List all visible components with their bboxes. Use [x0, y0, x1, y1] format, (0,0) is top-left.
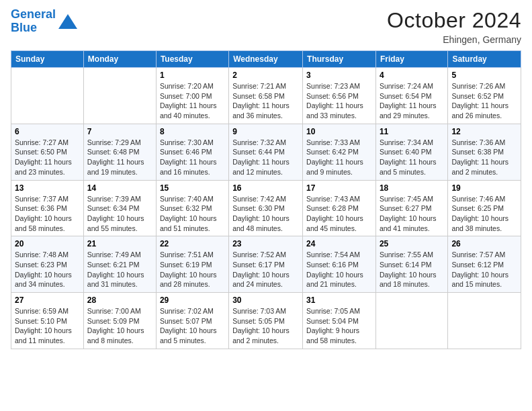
logo-icon: [58, 14, 77, 29]
calendar-week-row: 1Sunrise: 7:20 AMSunset: 7:00 PMDaylight…: [11, 68, 521, 124]
calendar-cell: 24Sunrise: 7:54 AMSunset: 6:16 PMDayligh…: [303, 236, 376, 293]
day-info: Sunrise: 7:00 AMSunset: 5:09 PMDaylight:…: [87, 306, 152, 346]
day-info: Sunrise: 7:30 AMSunset: 6:46 PMDaylight:…: [160, 138, 225, 177]
calendar-cell: 22Sunrise: 7:51 AMSunset: 6:19 PMDayligh…: [156, 236, 228, 293]
col-header-monday: Monday: [83, 51, 156, 68]
calendar-week-row: 20Sunrise: 7:48 AMSunset: 6:23 PMDayligh…: [11, 236, 521, 293]
day-info: Sunrise: 7:46 AMSunset: 6:25 PMDaylight:…: [451, 194, 517, 234]
calendar-cell: 5Sunrise: 7:26 AMSunset: 6:52 PMDaylight…: [448, 68, 521, 124]
day-info: Sunrise: 7:49 AMSunset: 6:21 PMDaylight:…: [87, 250, 152, 289]
day-info: Sunrise: 7:27 AMSunset: 6:50 PMDaylight:…: [15, 138, 80, 177]
month-title: October 2024: [387, 8, 521, 33]
calendar-table: SundayMondayTuesdayWednesdayThursdayFrid…: [11, 50, 521, 349]
calendar-cell: 15Sunrise: 7:40 AMSunset: 6:32 PMDayligh…: [156, 180, 228, 236]
calendar-cell: [83, 68, 156, 124]
day-info: Sunrise: 7:21 AMSunset: 6:58 PMDaylight:…: [232, 81, 299, 121]
day-info: Sunrise: 7:29 AMSunset: 6:48 PMDaylight:…: [87, 138, 152, 177]
logo-text: General Blue: [11, 8, 56, 35]
calendar-header-row: SundayMondayTuesdayWednesdayThursdayFrid…: [11, 51, 521, 68]
day-info: Sunrise: 7:20 AMSunset: 7:00 PMDaylight:…: [160, 81, 225, 121]
day-info: Sunrise: 7:55 AMSunset: 6:14 PMDaylight:…: [380, 250, 444, 289]
day-number: 27: [15, 295, 80, 305]
header: General Blue October 2024 Ehingen, Germa…: [11, 8, 521, 45]
day-number: 1: [160, 71, 225, 80]
logo: General Blue: [11, 8, 77, 35]
day-info: Sunrise: 7:05 AMSunset: 5:04 PMDaylight:…: [306, 306, 372, 346]
day-info: Sunrise: 7:36 AMSunset: 6:38 PMDaylight:…: [451, 138, 517, 177]
calendar-cell: 9Sunrise: 7:32 AMSunset: 6:44 PMDaylight…: [229, 124, 303, 180]
logo-blue: Blue: [11, 21, 37, 34]
calendar-cell: [448, 293, 521, 349]
calendar-cell: 16Sunrise: 7:42 AMSunset: 6:30 PMDayligh…: [229, 180, 303, 236]
col-header-saturday: Saturday: [448, 51, 521, 68]
day-number: 25: [380, 239, 444, 248]
calendar-cell: [11, 68, 84, 124]
calendar-cell: 28Sunrise: 7:00 AMSunset: 5:09 PMDayligh…: [83, 293, 156, 349]
day-info: Sunrise: 7:40 AMSunset: 6:32 PMDaylight:…: [160, 194, 225, 234]
day-number: 9: [232, 127, 299, 136]
calendar-cell: 20Sunrise: 7:48 AMSunset: 6:23 PMDayligh…: [11, 236, 84, 293]
calendar-cell: 1Sunrise: 7:20 AMSunset: 7:00 PMDaylight…: [156, 68, 228, 124]
calendar-week-row: 6Sunrise: 7:27 AMSunset: 6:50 PMDaylight…: [11, 124, 521, 180]
day-info: Sunrise: 6:59 AMSunset: 5:10 PMDaylight:…: [15, 306, 80, 346]
day-number: 11: [380, 127, 444, 136]
day-number: 15: [160, 183, 225, 193]
day-info: Sunrise: 7:26 AMSunset: 6:52 PMDaylight:…: [451, 81, 517, 121]
calendar-cell: 2Sunrise: 7:21 AMSunset: 6:58 PMDaylight…: [229, 68, 303, 124]
location-subtitle: Ehingen, Germany: [387, 34, 521, 45]
page: General Blue October 2024 Ehingen, Germa…: [0, 0, 532, 411]
day-info: Sunrise: 7:57 AMSunset: 6:12 PMDaylight:…: [451, 250, 517, 289]
day-info: Sunrise: 7:42 AMSunset: 6:30 PMDaylight:…: [232, 194, 299, 234]
day-number: 5: [451, 71, 517, 80]
day-number: 24: [306, 239, 372, 248]
day-info: Sunrise: 7:32 AMSunset: 6:44 PMDaylight:…: [232, 138, 299, 177]
title-block: October 2024 Ehingen, Germany: [387, 8, 521, 45]
calendar-cell: 31Sunrise: 7:05 AMSunset: 5:04 PMDayligh…: [303, 293, 376, 349]
day-number: 29: [160, 295, 225, 305]
calendar-cell: 25Sunrise: 7:55 AMSunset: 6:14 PMDayligh…: [375, 236, 447, 293]
day-number: 28: [87, 295, 152, 305]
col-header-thursday: Thursday: [303, 51, 376, 68]
calendar-cell: 17Sunrise: 7:43 AMSunset: 6:28 PMDayligh…: [303, 180, 376, 236]
col-header-wednesday: Wednesday: [229, 51, 303, 68]
day-info: Sunrise: 7:52 AMSunset: 6:17 PMDaylight:…: [232, 250, 299, 289]
day-info: Sunrise: 7:37 AMSunset: 6:36 PMDaylight:…: [15, 194, 80, 234]
day-info: Sunrise: 7:48 AMSunset: 6:23 PMDaylight:…: [15, 250, 80, 289]
day-info: Sunrise: 7:33 AMSunset: 6:42 PMDaylight:…: [306, 138, 372, 177]
day-number: 4: [380, 71, 444, 80]
calendar-cell: 10Sunrise: 7:33 AMSunset: 6:42 PMDayligh…: [303, 124, 376, 180]
day-number: 20: [15, 239, 80, 248]
calendar-cell: [375, 293, 447, 349]
day-info: Sunrise: 7:23 AMSunset: 6:56 PMDaylight:…: [306, 81, 372, 121]
calendar-cell: 26Sunrise: 7:57 AMSunset: 6:12 PMDayligh…: [448, 236, 521, 293]
day-number: 12: [451, 127, 517, 136]
logo-general: General: [11, 7, 56, 21]
day-number: 31: [306, 295, 372, 305]
day-info: Sunrise: 7:02 AMSunset: 5:07 PMDaylight:…: [160, 306, 225, 346]
col-header-sunday: Sunday: [11, 51, 84, 68]
day-number: 26: [451, 239, 517, 248]
calendar-cell: 13Sunrise: 7:37 AMSunset: 6:36 PMDayligh…: [11, 180, 84, 236]
day-number: 22: [160, 239, 225, 248]
day-info: Sunrise: 7:43 AMSunset: 6:28 PMDaylight:…: [306, 194, 372, 234]
day-number: 16: [232, 183, 299, 193]
day-number: 13: [15, 183, 80, 193]
day-number: 21: [87, 239, 152, 248]
day-info: Sunrise: 7:03 AMSunset: 5:05 PMDaylight:…: [232, 306, 299, 346]
day-info: Sunrise: 7:51 AMSunset: 6:19 PMDaylight:…: [160, 250, 225, 289]
calendar-cell: 7Sunrise: 7:29 AMSunset: 6:48 PMDaylight…: [83, 124, 156, 180]
calendar-cell: 12Sunrise: 7:36 AMSunset: 6:38 PMDayligh…: [448, 124, 521, 180]
day-number: 19: [451, 183, 517, 193]
calendar-cell: 21Sunrise: 7:49 AMSunset: 6:21 PMDayligh…: [83, 236, 156, 293]
day-number: 17: [306, 183, 372, 193]
day-number: 7: [87, 127, 152, 136]
day-number: 6: [15, 127, 80, 136]
day-number: 18: [380, 183, 444, 193]
day-number: 2: [232, 71, 299, 80]
day-info: Sunrise: 7:54 AMSunset: 6:16 PMDaylight:…: [306, 250, 372, 289]
calendar-cell: 18Sunrise: 7:45 AMSunset: 6:27 PMDayligh…: [375, 180, 447, 236]
col-header-friday: Friday: [375, 51, 447, 68]
calendar-cell: 8Sunrise: 7:30 AMSunset: 6:46 PMDaylight…: [156, 124, 228, 180]
calendar-cell: 6Sunrise: 7:27 AMSunset: 6:50 PMDaylight…: [11, 124, 84, 180]
day-info: Sunrise: 7:34 AMSunset: 6:40 PMDaylight:…: [380, 138, 444, 177]
